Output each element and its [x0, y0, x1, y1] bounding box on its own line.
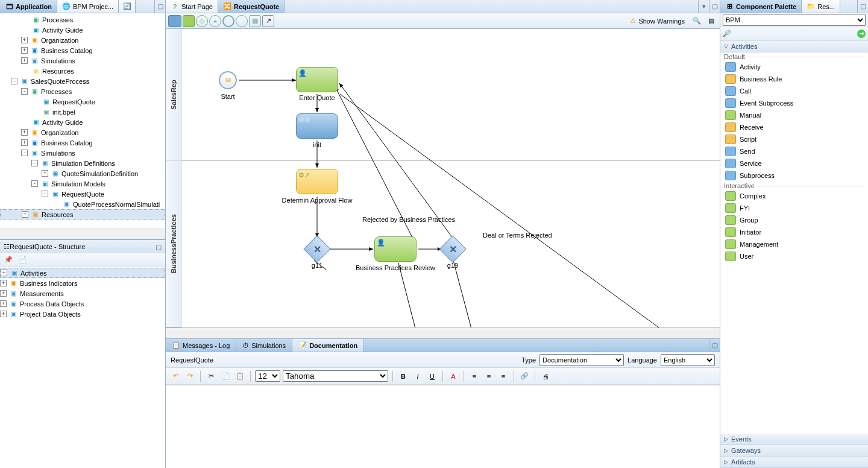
tree-item[interactable]: -▣Simulation Models	[0, 179, 165, 189]
tree-toggle[interactable]: +	[21, 129, 28, 136]
diagram-canvas[interactable]: ✉ Start 👤 Enter Quote ⚙⚙ init ⚙↗ Determi…	[181, 29, 720, 327]
navigator-tree[interactable]: ▣Processes▣Activity Guide+▣Organization+…	[0, 13, 165, 229]
gateway-g11[interactable]: ✕	[303, 235, 330, 262]
tree-toggle[interactable]: +	[21, 37, 28, 43]
tab-application[interactable]: 🗔Application	[0, 0, 57, 13]
tab-documentation[interactable]: 📝Documentation	[292, 339, 364, 352]
task-enter-quote[interactable]: 👤	[296, 67, 338, 92]
data-tool[interactable]: ▦	[249, 15, 261, 27]
type-select[interactable]: Documentation	[539, 354, 624, 366]
tree-item[interactable]: ▣Activity Guide	[0, 117, 165, 127]
tree-item[interactable]: ▣init.bpel	[0, 107, 165, 117]
search-icon[interactable]: 🔍	[691, 15, 703, 27]
task-init[interactable]: ⚙⚙	[296, 113, 338, 139]
palette-item[interactable]: Activity	[720, 61, 868, 73]
nav-h-scroll[interactable]	[0, 229, 165, 239]
lane-tool[interactable]	[183, 15, 195, 27]
minimize-nav-button[interactable]: ▢	[154, 0, 165, 13]
new-icon[interactable]: 📄	[17, 254, 29, 266]
tree-item[interactable]: +▣Business Catalog	[0, 138, 165, 148]
tab-messages[interactable]: 📋Messages - Log	[166, 339, 236, 352]
tree-toggle[interactable]: -	[21, 88, 28, 95]
section-events[interactable]: ▷Events	[720, 434, 868, 445]
task-determine-approval[interactable]: ⚙↗	[296, 169, 338, 194]
section-gateways[interactable]: ▷Gateways	[720, 445, 868, 457]
event-tool-2[interactable]	[236, 15, 248, 27]
tab-bpm-project[interactable]: 🌐BPM Projec...	[57, 0, 119, 13]
palette-item[interactable]: Manual	[720, 109, 868, 121]
tree-toggle[interactable]: +	[1, 270, 7, 276]
palette-item[interactable]: Initiator	[720, 226, 868, 238]
section-artifacts[interactable]: ▷Artifacts	[720, 457, 868, 468]
print-button[interactable]: 🖨	[539, 370, 552, 382]
section-activities[interactable]: ▽Activities	[720, 41, 868, 52]
palette-item[interactable]: Service	[720, 157, 868, 169]
align-left-button[interactable]: ≡	[468, 370, 480, 382]
gateway-g19[interactable]: ✕	[439, 235, 466, 262]
italic-button[interactable]: I	[412, 370, 424, 382]
link-button[interactable]: 🔗	[518, 370, 530, 382]
start-event[interactable]: ✉	[219, 71, 237, 89]
tree-item[interactable]: +▣Measurements	[0, 288, 165, 299]
tree-item[interactable]: +▣Business Catalog	[0, 45, 165, 55]
lane-businesspractices[interactable]: BusinessPractices	[170, 214, 177, 273]
tree-toggle[interactable]: -	[42, 191, 48, 197]
palette-item[interactable]: Event Subprocess	[720, 97, 868, 109]
palette-select[interactable]: BPM	[723, 14, 866, 26]
minimize-palette-button[interactable]: ▢	[857, 0, 868, 13]
language-select[interactable]: English	[661, 354, 715, 366]
palette-item[interactable]: Subprocess	[720, 169, 868, 182]
tree-item[interactable]: ▣Activity Guide	[0, 25, 165, 35]
minimize-bottom-button[interactable]: ▢	[709, 339, 720, 352]
editor-menu-button[interactable]: ▾	[698, 0, 709, 13]
tree-toggle[interactable]: +	[0, 290, 7, 297]
palette-item[interactable]: User	[720, 250, 868, 262]
tree-toggle[interactable]: +	[22, 211, 28, 218]
tree-toggle[interactable]: -	[11, 78, 17, 84]
tree-toggle[interactable]: +	[21, 47, 28, 54]
show-warnings-label[interactable]: Show Warnings	[638, 17, 685, 25]
tree-item[interactable]: +▣Organization	[0, 127, 165, 138]
tab-component-palette[interactable]: ⊞Component Palette	[720, 0, 802, 13]
tree-item[interactable]: +▣Simulations	[0, 55, 165, 66]
align-center-button[interactable]: ≡	[483, 370, 495, 382]
documentation-editor[interactable]	[166, 385, 720, 468]
tree-item[interactable]: ▣Processes	[0, 14, 165, 25]
font-select[interactable]: Tahoma	[283, 370, 388, 382]
tree-toggle[interactable]: +	[0, 280, 7, 286]
tree-toggle[interactable]: +	[21, 139, 28, 146]
cut-icon[interactable]: ✂	[205, 370, 217, 382]
tree-item[interactable]: +▣Business Indicators	[0, 278, 165, 288]
tree-item[interactable]: ▣Resources	[0, 66, 165, 76]
tree-toggle[interactable]: -	[21, 150, 28, 156]
palette-item[interactable]: Business Rule	[720, 73, 868, 85]
tree-toggle[interactable]: +	[0, 311, 7, 317]
tree-item[interactable]: +▣Process Data Objects	[0, 299, 165, 309]
palette-item[interactable]: Script	[720, 133, 868, 145]
tab-request-quote[interactable]: 🔀RequestQuote	[218, 0, 285, 13]
tree-item[interactable]: +▣QuoteSimulationDefinition	[0, 168, 165, 179]
palette-item[interactable]: Send	[720, 145, 868, 157]
palette-item[interactable]: Call	[720, 85, 868, 97]
palette-item[interactable]: Receive	[720, 121, 868, 133]
tree-item[interactable]: +▣Organization	[0, 35, 165, 45]
tree-item[interactable]: -▣Simulations	[0, 148, 165, 158]
pool-tool[interactable]	[168, 15, 181, 27]
overview-icon[interactable]: ▤	[705, 15, 717, 27]
minimize-structure-button[interactable]: ▢	[156, 243, 162, 251]
gateway-tool[interactable]: ◇	[196, 15, 208, 27]
tab-simulations[interactable]: ⏱Simulations	[236, 339, 292, 352]
tree-item[interactable]: -▣Processes	[0, 86, 165, 96]
copy-icon[interactable]: 📄	[219, 370, 231, 382]
pin-icon[interactable]: 📌	[2, 254, 14, 266]
tree-toggle[interactable]: +	[0, 300, 7, 307]
lane-salesrep[interactable]: SalesRep	[170, 80, 177, 110]
palette-item[interactable]: Management	[720, 238, 868, 250]
tree-item[interactable]: +▣Resources	[0, 209, 165, 220]
search-icon[interactable]: 🔎	[723, 30, 731, 37]
paste-icon[interactable]: 📋	[234, 370, 246, 382]
add-tool[interactable]: +	[209, 15, 221, 27]
tree-toggle[interactable]: -	[31, 180, 38, 187]
connector-tool[interactable]: ↗	[262, 15, 274, 27]
tab-start-page[interactable]: ?Start Page	[166, 0, 218, 13]
